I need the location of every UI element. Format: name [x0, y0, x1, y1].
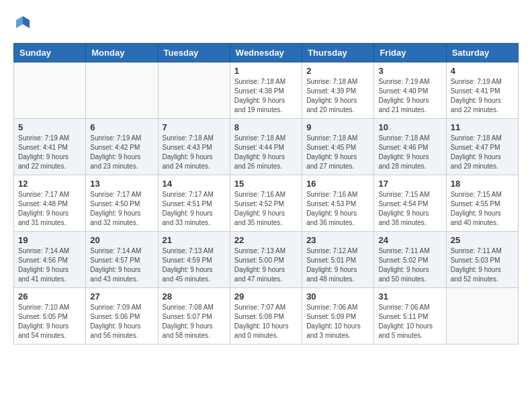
day-header-monday: Monday — [86, 44, 158, 62]
calendar-cell: 31Sunrise: 7:06 AM Sunset: 5:11 PM Dayli… — [374, 288, 446, 345]
svg-marker-0 — [23, 16, 30, 28]
day-number: 10 — [378, 122, 441, 132]
calendar-cell: 15Sunrise: 7:16 AM Sunset: 4:52 PM Dayli… — [230, 175, 302, 232]
day-info: Sunrise: 7:18 AM Sunset: 4:39 PM Dayligh… — [306, 77, 369, 115]
day-info: Sunrise: 7:16 AM Sunset: 4:52 PM Dayligh… — [234, 190, 298, 228]
calendar-cell: 18Sunrise: 7:15 AM Sunset: 4:55 PM Dayli… — [446, 175, 518, 232]
day-number: 6 — [90, 122, 153, 132]
calendar-cell: 29Sunrise: 7:07 AM Sunset: 5:08 PM Dayli… — [230, 288, 302, 345]
calendar-cell: 20Sunrise: 7:14 AM Sunset: 4:57 PM Dayli… — [86, 232, 158, 288]
day-header-tuesday: Tuesday — [158, 44, 230, 62]
calendar-cell: 24Sunrise: 7:11 AM Sunset: 5:02 PM Dayli… — [374, 232, 446, 288]
calendar-week-5: 26Sunrise: 7:10 AM Sunset: 5:05 PM Dayli… — [14, 288, 519, 345]
calendar-cell: 27Sunrise: 7:09 AM Sunset: 5:06 PM Dayli… — [86, 288, 158, 345]
day-info: Sunrise: 7:17 AM Sunset: 4:51 PM Dayligh… — [163, 190, 226, 228]
calendar-cell: 4Sunrise: 7:19 AM Sunset: 4:41 PM Daylig… — [446, 62, 518, 119]
calendar-week-4: 19Sunrise: 7:14 AM Sunset: 4:56 PM Dayli… — [14, 232, 519, 288]
day-number: 24 — [378, 235, 441, 245]
day-number: 9 — [306, 122, 369, 132]
calendar-cell: 25Sunrise: 7:11 AM Sunset: 5:03 PM Dayli… — [446, 232, 518, 288]
calendar-week-1: 1Sunrise: 7:18 AM Sunset: 4:38 PM Daylig… — [14, 62, 519, 119]
day-info: Sunrise: 7:15 AM Sunset: 4:55 PM Dayligh… — [451, 190, 514, 228]
day-number: 5 — [18, 122, 81, 132]
calendar-cell — [86, 62, 158, 119]
day-info: Sunrise: 7:13 AM Sunset: 4:59 PM Dayligh… — [163, 246, 226, 284]
day-number: 14 — [163, 179, 226, 189]
day-info: Sunrise: 7:19 AM Sunset: 4:42 PM Dayligh… — [90, 134, 153, 171]
day-number: 18 — [451, 179, 514, 189]
day-number: 13 — [90, 179, 153, 189]
day-info: Sunrise: 7:08 AM Sunset: 5:07 PM Dayligh… — [163, 303, 226, 340]
day-info: Sunrise: 7:18 AM Sunset: 4:43 PM Dayligh… — [163, 134, 226, 171]
logo — [13, 13, 35, 32]
day-number: 29 — [234, 291, 298, 302]
day-info: Sunrise: 7:18 AM Sunset: 4:47 PM Dayligh… — [451, 134, 514, 171]
day-number: 12 — [18, 179, 81, 189]
calendar-cell: 16Sunrise: 7:16 AM Sunset: 4:53 PM Dayli… — [302, 175, 374, 232]
page-header — [13, 13, 519, 32]
day-info: Sunrise: 7:16 AM Sunset: 4:53 PM Dayligh… — [306, 190, 369, 228]
day-info: Sunrise: 7:10 AM Sunset: 5:05 PM Dayligh… — [18, 303, 81, 340]
calendar-cell: 2Sunrise: 7:18 AM Sunset: 4:39 PM Daylig… — [302, 62, 374, 119]
day-number: 2 — [306, 66, 369, 76]
day-number: 3 — [378, 66, 441, 76]
day-info: Sunrise: 7:17 AM Sunset: 4:50 PM Dayligh… — [90, 190, 153, 228]
calendar-header-row: SundayMondayTuesdayWednesdayThursdayFrid… — [14, 44, 519, 62]
calendar-cell: 7Sunrise: 7:18 AM Sunset: 4:43 PM Daylig… — [158, 119, 230, 175]
day-info: Sunrise: 7:11 AM Sunset: 5:03 PM Dayligh… — [451, 246, 514, 284]
day-number: 15 — [234, 179, 298, 189]
day-number: 27 — [90, 291, 153, 302]
day-number: 25 — [451, 235, 514, 245]
day-info: Sunrise: 7:19 AM Sunset: 4:41 PM Dayligh… — [451, 77, 514, 115]
day-number: 28 — [163, 291, 226, 302]
calendar-cell: 28Sunrise: 7:08 AM Sunset: 5:07 PM Dayli… — [158, 288, 230, 345]
day-info: Sunrise: 7:14 AM Sunset: 4:57 PM Dayligh… — [90, 246, 153, 284]
calendar-cell: 1Sunrise: 7:18 AM Sunset: 4:38 PM Daylig… — [230, 62, 302, 119]
day-header-thursday: Thursday — [302, 44, 374, 62]
calendar-cell — [14, 62, 86, 119]
day-number: 4 — [451, 66, 514, 76]
calendar-cell: 10Sunrise: 7:18 AM Sunset: 4:46 PM Dayli… — [374, 119, 446, 175]
calendar-cell — [158, 62, 230, 119]
day-info: Sunrise: 7:18 AM Sunset: 4:45 PM Dayligh… — [306, 134, 369, 171]
day-info: Sunrise: 7:18 AM Sunset: 4:46 PM Dayligh… — [378, 134, 441, 171]
calendar-cell: 21Sunrise: 7:13 AM Sunset: 4:59 PM Dayli… — [158, 232, 230, 288]
calendar-cell: 22Sunrise: 7:13 AM Sunset: 5:00 PM Dayli… — [230, 232, 302, 288]
day-number: 26 — [18, 291, 81, 302]
day-info: Sunrise: 7:18 AM Sunset: 4:44 PM Dayligh… — [234, 134, 298, 171]
day-info: Sunrise: 7:07 AM Sunset: 5:08 PM Dayligh… — [234, 303, 298, 340]
day-info: Sunrise: 7:12 AM Sunset: 5:01 PM Dayligh… — [306, 246, 369, 284]
day-info: Sunrise: 7:06 AM Sunset: 5:11 PM Dayligh… — [378, 303, 441, 340]
day-info: Sunrise: 7:15 AM Sunset: 4:54 PM Dayligh… — [378, 190, 441, 228]
logo-icon — [13, 13, 32, 32]
calendar-week-2: 5Sunrise: 7:19 AM Sunset: 4:41 PM Daylig… — [14, 119, 519, 175]
calendar-cell: 11Sunrise: 7:18 AM Sunset: 4:47 PM Dayli… — [446, 119, 518, 175]
day-number: 31 — [378, 291, 441, 302]
calendar-cell: 12Sunrise: 7:17 AM Sunset: 4:48 PM Dayli… — [14, 175, 86, 232]
day-number: 8 — [234, 122, 298, 132]
calendar-cell: 14Sunrise: 7:17 AM Sunset: 4:51 PM Dayli… — [158, 175, 230, 232]
day-info: Sunrise: 7:19 AM Sunset: 4:40 PM Dayligh… — [378, 77, 441, 115]
day-info: Sunrise: 7:19 AM Sunset: 4:41 PM Dayligh… — [18, 134, 81, 171]
calendar-cell: 30Sunrise: 7:06 AM Sunset: 5:09 PM Dayli… — [302, 288, 374, 345]
day-number: 19 — [18, 235, 81, 245]
calendar-cell: 26Sunrise: 7:10 AM Sunset: 5:05 PM Dayli… — [14, 288, 86, 345]
day-info: Sunrise: 7:11 AM Sunset: 5:02 PM Dayligh… — [378, 246, 441, 284]
calendar-cell: 8Sunrise: 7:18 AM Sunset: 4:44 PM Daylig… — [230, 119, 302, 175]
calendar-cell: 17Sunrise: 7:15 AM Sunset: 4:54 PM Dayli… — [374, 175, 446, 232]
day-number: 11 — [451, 122, 514, 132]
day-number: 30 — [306, 291, 369, 302]
calendar-week-3: 12Sunrise: 7:17 AM Sunset: 4:48 PM Dayli… — [14, 175, 519, 232]
day-number: 1 — [234, 66, 298, 76]
day-number: 20 — [90, 235, 153, 245]
day-info: Sunrise: 7:17 AM Sunset: 4:48 PM Dayligh… — [18, 190, 81, 228]
day-info: Sunrise: 7:13 AM Sunset: 5:00 PM Dayligh… — [234, 246, 298, 284]
day-header-friday: Friday — [374, 44, 446, 62]
day-info: Sunrise: 7:06 AM Sunset: 5:09 PM Dayligh… — [306, 303, 369, 340]
day-info: Sunrise: 7:18 AM Sunset: 4:38 PM Dayligh… — [234, 77, 298, 115]
day-number: 17 — [378, 179, 441, 189]
calendar-cell: 23Sunrise: 7:12 AM Sunset: 5:01 PM Dayli… — [302, 232, 374, 288]
day-number: 16 — [306, 179, 369, 189]
calendar-cell: 3Sunrise: 7:19 AM Sunset: 4:40 PM Daylig… — [374, 62, 446, 119]
calendar-cell: 13Sunrise: 7:17 AM Sunset: 4:50 PM Dayli… — [86, 175, 158, 232]
